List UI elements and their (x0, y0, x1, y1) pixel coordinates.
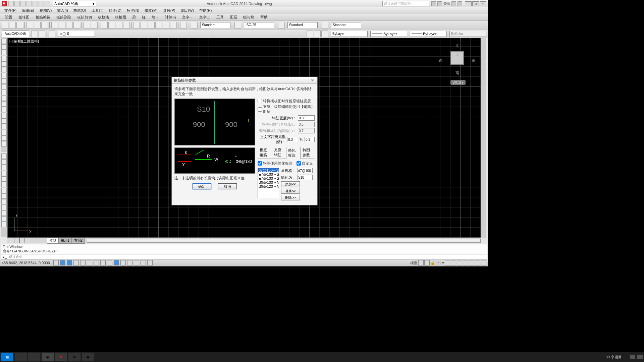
vertical-scrollbar[interactable] (481, 38, 486, 238)
star-icon[interactable] (431, 1, 436, 6)
list-item[interactable]: d7@100→S10 (258, 168, 279, 172)
tab-simplify[interactable]: 简化标注 (286, 147, 301, 159)
horizontal-scrollbar[interactable] (87, 239, 481, 243)
open-icon[interactable] (14, 1, 20, 6)
tb-qcalc-icon[interactable] (170, 22, 177, 28)
viewcube[interactable]: 北 西 东 南 上 WCS ▾ (440, 41, 474, 85)
tb-ssm-icon[interactable] (155, 22, 162, 28)
lt-icon[interactable] (1, 78, 7, 84)
checkbox-input[interactable] (258, 107, 262, 112)
ml-style-dropdown[interactable]: Standard (331, 22, 361, 28)
list-item[interactable]: B9@120→N12 (258, 184, 279, 188)
draw-block-icon[interactable] (1, 199, 7, 204)
viewcube-wcs[interactable]: WCS ▾ (450, 80, 466, 85)
tb-undo-icon[interactable] (84, 22, 90, 28)
width-input[interactable] (298, 115, 315, 121)
sb-model-label[interactable]: 模型 (410, 260, 418, 265)
pm-settings[interactable]: 设置 (2, 14, 15, 20)
delete-button[interactable]: 删除>> (281, 195, 300, 200)
list-item[interactable]: B9@100→N10 (258, 180, 279, 184)
pm-edit-rebar[interactable]: 板筋编辑 (33, 14, 53, 20)
tab-layout2[interactable]: 布局2 (72, 238, 85, 244)
checkbox-use-simplify[interactable]: 钢筋使用简化标注 (258, 161, 292, 166)
help-icon[interactable] (458, 1, 462, 6)
sb-trans-icon[interactable] (127, 260, 132, 265)
sb-ws-icon[interactable] (457, 260, 462, 265)
simp-input[interactable] (297, 175, 313, 180)
viewcube-west[interactable]: 西 (439, 58, 443, 63)
dim-style-dropdown[interactable]: ISO-25 (244, 22, 274, 28)
tb-open-icon[interactable] (9, 22, 16, 28)
tb-gear-icon[interactable] (31, 31, 38, 37)
tb-markup-icon[interactable] (163, 22, 169, 28)
redo-icon[interactable] (45, 1, 50, 6)
pm-beam[interactable]: 梁 (129, 14, 139, 20)
viewcube-north[interactable]: 北 (440, 43, 474, 48)
viewcube-south[interactable]: 南 (440, 70, 474, 75)
workspace-label[interactable]: AutoCAD 经典 (2, 31, 29, 37)
simplify-listbox[interactable]: d7@100→S10 E7@100→S10 E7@100→S10 B9@100→… (258, 168, 279, 198)
pm-help[interactable]: 帮助 (258, 14, 270, 20)
close-button[interactable]: ✕ (480, 1, 486, 6)
lt-icon[interactable] (1, 124, 7, 129)
pm-text[interactable]: 文字→ (179, 14, 196, 20)
sb-scale[interactable]: 🔒 1:1 ▾ (430, 261, 444, 265)
tb-lstate-icon[interactable] (307, 31, 313, 37)
app-icon[interactable]: ☘ (68, 353, 80, 361)
cancel-button[interactable]: 取消 (218, 183, 237, 189)
list-item[interactable]: E7@100→S10 (258, 172, 279, 176)
autocad-taskbar-icon[interactable]: A (55, 353, 67, 361)
tb-tablestyle-icon[interactable] (278, 22, 285, 28)
lt-icon[interactable] (1, 101, 7, 107)
tb-pan-icon[interactable] (101, 22, 108, 28)
workspace-dropdown[interactable]: AutoCAD 经典▾ (53, 1, 96, 6)
lt-icon[interactable] (1, 96, 7, 101)
checkbox-use-rebar-layer[interactable]: 支座、板底钢筋均使用【钢筋】图层 (258, 104, 315, 114)
layer-dropdown[interactable]: ◇◯ 0 (58, 31, 95, 37)
app-icon[interactable]: ◉ (42, 353, 54, 361)
pm-text2[interactable]: 文字二 (197, 14, 213, 20)
plot-icon[interactable] (33, 1, 38, 6)
lt-icon[interactable] (1, 107, 7, 112)
tb-redo-icon[interactable] (91, 22, 98, 28)
sb-clean-icon[interactable] (481, 260, 486, 265)
pm-column[interactable]: 柱 (139, 14, 148, 20)
draw-point-icon[interactable] (1, 193, 7, 199)
tb-dc-icon[interactable] (141, 22, 147, 28)
color-dropdown[interactable]: ByLayer (331, 31, 368, 37)
sb-qv-icon[interactable] (424, 260, 430, 265)
sb-am-icon[interactable] (147, 260, 153, 265)
pm-cut-rebar[interactable]: 板筋剪切 (74, 14, 95, 20)
checkbox-input[interactable] (258, 161, 262, 166)
draw-text-icon[interactable] (1, 216, 7, 222)
exchange-icon[interactable] (451, 1, 456, 6)
menu-param[interactable]: 参数(P) (160, 7, 178, 14)
tb-textstyle-icon[interactable] (191, 22, 198, 28)
tab-bottom-rebar[interactable]: 板底钢筋 (258, 146, 272, 159)
sb-annvis-icon[interactable] (451, 260, 456, 265)
lt-icon[interactable] (1, 135, 7, 141)
plotstyle-dropdown[interactable]: ByColor (449, 31, 486, 37)
save-icon[interactable] (20, 1, 26, 6)
draw-mtext-icon[interactable] (1, 222, 7, 227)
table-style-dropdown[interactable]: Standard (287, 22, 318, 28)
menu-modify[interactable]: 修改(M) (142, 7, 160, 14)
sb-otrack-icon[interactable] (100, 260, 106, 265)
menu-view[interactable]: 视图(V) (37, 7, 55, 14)
sb-polar-icon[interactable] (80, 260, 86, 265)
draw-line-icon[interactable] (1, 154, 7, 159)
app-icon[interactable]: ◆ (82, 353, 94, 361)
tb-preview-icon[interactable] (34, 22, 41, 28)
lt-icon[interactable] (1, 84, 7, 89)
draw-rect-icon[interactable] (1, 176, 7, 182)
start-button[interactable]: ⊞ (1, 353, 13, 361)
sb-qp-icon[interactable] (134, 260, 139, 265)
lt-icon[interactable] (1, 118, 7, 124)
sb-hw-icon[interactable] (469, 260, 474, 265)
draw-circle-icon[interactable] (1, 165, 7, 170)
pm-group[interactable]: 组与块 (240, 14, 257, 20)
draw-ellipse-icon[interactable] (1, 182, 7, 187)
lineweight-dropdown[interactable]: ByLayer (410, 31, 447, 37)
saveas-icon[interactable] (26, 1, 32, 6)
lt-icon[interactable] (1, 56, 7, 61)
